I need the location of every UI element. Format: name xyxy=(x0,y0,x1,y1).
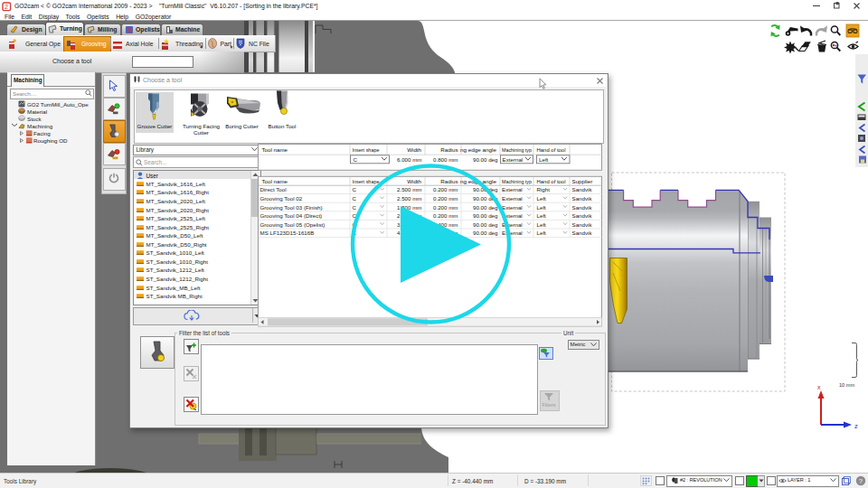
svg-text:Left: Left xyxy=(539,156,549,163)
svg-text:?: ? xyxy=(859,476,863,484)
svg-text:Direct Tool: Direct Tool xyxy=(260,186,287,192)
svg-text:Insert shape: Insert shape xyxy=(353,146,380,153)
svg-text:Tool name: Tool name xyxy=(262,178,288,184)
svg-text:Left: Left xyxy=(537,195,547,202)
svg-text:Right: Right xyxy=(537,186,551,192)
svg-text:MS LF123D15-1616B: MS LF123D15-1616B xyxy=(260,230,315,236)
svg-text:Sandvik: Sandvik xyxy=(572,212,593,219)
svg-text:Grooving Tool 05 (Opelist): Grooving Tool 05 (Opelist) xyxy=(260,221,326,228)
svg-text:Left: Left xyxy=(537,221,547,228)
svg-text:x: x xyxy=(817,384,821,390)
svg-text:10 mm: 10 mm xyxy=(839,382,854,388)
svg-text:Radius: Radius xyxy=(440,146,458,153)
svg-text:z: z xyxy=(854,422,858,430)
svg-text:Hand of tool: Hand of tool xyxy=(537,146,566,153)
svg-text:Left: Left xyxy=(537,212,547,219)
svg-text:Supplier: Supplier xyxy=(572,178,593,184)
svg-text:Left: Left xyxy=(537,204,547,211)
svg-text:ng edge angle: ng edge angle xyxy=(460,146,497,153)
svg-text:Grooving Tool 04 (Direct): Grooving Tool 04 (Direct) xyxy=(260,212,323,219)
svg-text:Sandvik: Sandvik xyxy=(572,204,593,211)
svg-text:Width: Width xyxy=(407,146,421,153)
svg-text:Tool name: Tool name xyxy=(262,146,288,153)
svg-text:Sandvik: Sandvik xyxy=(572,195,593,202)
svg-text:Machining typ: Machining typ xyxy=(502,146,532,153)
svg-text:Left: Left xyxy=(537,230,547,236)
svg-text:2: 2 xyxy=(5,4,8,10)
svg-text:Sandvik: Sandvik xyxy=(572,186,593,192)
svg-text:Hand of tool: Hand of tool xyxy=(537,178,566,184)
svg-text:Sandvik: Sandvik xyxy=(572,221,593,228)
svg-text:Grooving Tool 03 (Finish): Grooving Tool 03 (Finish) xyxy=(260,204,323,211)
svg-text:Sandvik: Sandvik xyxy=(572,230,593,236)
svg-text:Grooving Tool 02: Grooving Tool 02 xyxy=(260,195,303,202)
